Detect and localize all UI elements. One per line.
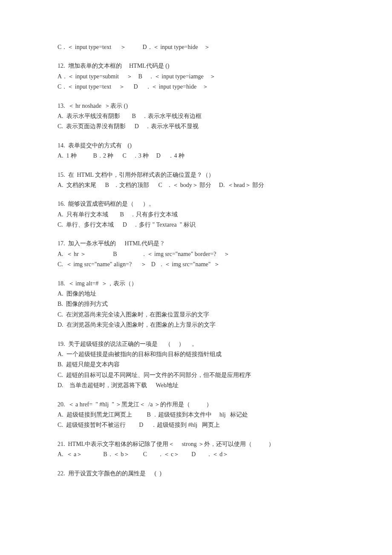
text-line: A. ＜ hr ＞ B ．＜ img src="name" border=? ＞ [58,250,334,259]
text-line: 12. 增加表单的文本框的 HTML代码是 () [58,61,334,71]
question-block: 19. 关于超级链接的说法正确的一项是 （ ） 。A. 一个超级链接是由被指向的… [58,339,334,391]
text-line: 17. 加入一条水平线的 HTML代码是 ? [58,239,334,248]
question-block: 14. 表单提交中的方式有 ()A. 1 种 B．2 种 C ．3 种 D ．4… [58,141,334,161]
question-block: 17. 加入一条水平线的 HTML代码是 ?A. ＜ hr ＞ B ．＜ img… [58,239,334,269]
text-line: C. 超链的目标可以是不同网址、同一文件的不同部分，但不能是应用程序 [58,371,334,380]
question-block: 21. HTML中表示文字粗体的标记除了使用＜ strong ＞外，还可以使用（… [58,440,334,460]
text-line: 16. 能够设置成密码框的是（ ）。 [58,199,334,209]
text-line: B. 图像的排列方式 [58,299,334,309]
text-line: C. 超级链接暂时不被运行 D ．超级链接到 #hlj 网页上 [58,420,334,430]
question-block: 20. ＜ a href= " #hlj " ＞黑龙江＜ /a ＞的作用是（ ）… [58,400,334,430]
text-line: C. ＜ img src="name" align=? ＞ D ．＜ img s… [58,260,334,269]
question-block: 18. ＜ img alt=# ＞，表示（）A. 图像的地址B. 图像的排列方式… [58,279,334,330]
text-line: 20. ＜ a href= " #hlj " ＞黑龙江＜ /a ＞的作用是（ ） [58,400,334,409]
text-line: 22. 用于设置文字颜色的的属性是 ( ) [58,469,334,478]
text-line: 15. 在 HTML 文档中，引用外部样式表的正确位置是？（） [58,170,334,180]
text-line: 18. ＜ img alt=# ＞，表示（） [58,279,334,288]
text-line: A. 表示水平线没有阴影 B ．表示水平线没有边框 [58,112,334,121]
text-line: A. 一个超级链接是由被指向的目标和指向目标的链接指针组成 [58,350,334,359]
document-body: C．＜ input type=text ＞ D．＜ input type=hid… [58,43,334,478]
text-line: C. 在浏览器尚未完全读入图象时，在图象位置显示的文字 [58,310,334,319]
question-block: 22. 用于设置文字颜色的的属性是 ( ) [58,469,334,478]
text-line: 13. ＜ hr noshade ＞表示 () [58,101,334,111]
text-line: A. 超级链接到黑龙江网页上 B ．超级链接到本文件中 hlj 标记处 [58,410,334,420]
text-line: 21. HTML中表示文字粗体的标记除了使用＜ strong ＞外，还可以使用（… [58,440,334,449]
text-line: A. ＜ a＞ B．＜ b＞ C ．＜ c＞ D ．＜ d＞ [58,450,334,459]
text-line: C. 表示页面边界没有阴影 D ．表示水平线不显视 [58,122,334,131]
text-line: C．＜ input type=text ＞ D．＜ input type=hid… [58,43,334,52]
question-block: C．＜ input type=text ＞ D．＜ input type=hid… [58,43,334,52]
text-line: D. 当单击超链时，浏览器将下载 Web地址 [58,381,334,390]
text-line: A. 1 种 B．2 种 C ．3 种 D ．4 种 [58,151,334,161]
text-line: 19. 关于超级链接的说法正确的一项是 （ ） 。 [58,339,334,349]
text-line: D. 在浏览器尚未完全读入图象时，在图象的上方显示的文字 [58,320,334,330]
question-block: 13. ＜ hr noshade ＞表示 ()A. 表示水平线没有阴影 B ．表… [58,101,334,132]
text-line: C. 单行、多行文本域 D ．多行 " Textarea " 标识 [58,220,334,230]
text-line: A．＜ input type=submit ＞ B ．＜ input type=… [58,72,334,81]
question-block: 16. 能够设置成密码框的是（ ）。A. 只有单行文本域 B ．只有多行文本域C… [58,199,334,230]
text-line: B. 超链只能是文本内容 [58,360,334,369]
text-line: A. 文档的末尾 B ．文档的顶部 C ．＜ body＞ 部分 D. ＜head… [58,181,334,190]
text-line: A. 图像的地址 [58,289,334,299]
text-line: C．＜ input type=text ＞ D ．＜ input type=hi… [58,82,334,92]
text-line: A. 只有单行文本域 B ．只有多行文本域 [58,210,334,219]
question-block: 12. 增加表单的文本框的 HTML代码是 ()A．＜ input type=s… [58,61,334,92]
text-line: 14. 表单提交中的方式有 () [58,141,334,150]
question-block: 15. 在 HTML 文档中，引用外部样式表的正确位置是？（）A. 文档的末尾 … [58,170,334,190]
